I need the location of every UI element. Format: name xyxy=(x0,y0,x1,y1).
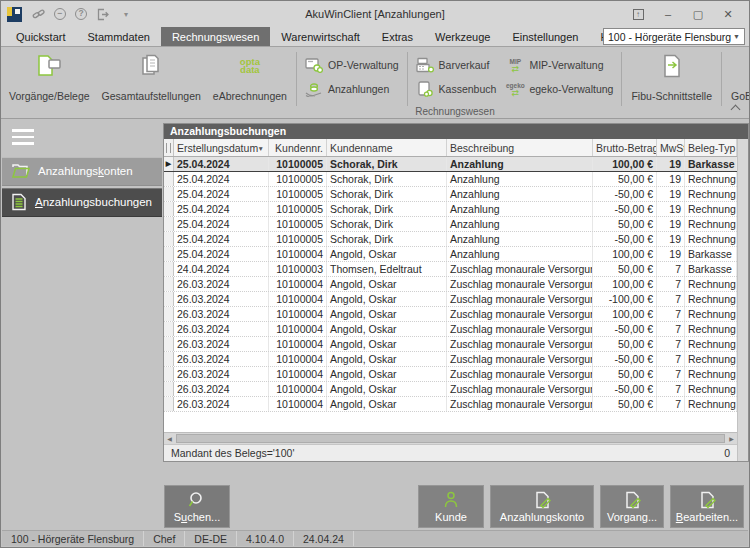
table-cell[interactable]: -50,00 € xyxy=(593,202,657,216)
table-cell[interactable]: 19 xyxy=(657,187,685,201)
table-cell[interactable]: 50,00 € xyxy=(593,397,657,411)
tab-einstellungen[interactable]: Einstellungen xyxy=(501,27,589,46)
sidebar-item-anzahlungsbuchungen[interactable]: Anzahlungsbuchungen xyxy=(2,188,162,217)
table-cell[interactable]: 26.03.2024 xyxy=(174,367,269,381)
table-cell[interactable]: Angold, Oskar xyxy=(327,292,447,306)
table-cell[interactable]: Angold, Oskar xyxy=(327,322,447,336)
ribbon-button-vorgaenge-belege[interactable]: Vorgänge/Belege xyxy=(3,50,96,104)
table-cell[interactable]: Rechnung xyxy=(685,367,737,381)
hamburger-menu-icon[interactable] xyxy=(12,129,34,145)
ribbon-button-kassenbuch[interactable]: Kassenbuch xyxy=(416,81,497,97)
table-cell[interactable]: Rechnung xyxy=(685,397,737,411)
table-cell[interactable]: 10100005 xyxy=(269,232,327,246)
table-cell[interactable]: Angold, Oskar xyxy=(327,307,447,321)
table-cell[interactable]: 10100005 xyxy=(269,157,327,171)
table-cell[interactable]: Angold, Oskar xyxy=(327,247,447,261)
table-cell[interactable]: 7 xyxy=(657,292,685,306)
scrollbar-thumb[interactable] xyxy=(176,434,725,443)
horizontal-scrollbar[interactable]: ◀ ▶ xyxy=(164,432,737,444)
tab-stammdaten[interactable]: Stammdaten xyxy=(77,27,161,46)
table-cell[interactable]: 7 xyxy=(657,307,685,321)
table-cell[interactable]: -50,00 € xyxy=(593,232,657,246)
tab-warenwirtschaft[interactable]: Warenwirtschaft xyxy=(270,27,370,46)
table-cell[interactable]: Rechnung xyxy=(685,187,737,201)
table-cell[interactable]: Angold, Oskar xyxy=(327,337,447,351)
table-cell[interactable]: 26.03.2024 xyxy=(174,352,269,366)
table-cell[interactable]: 10100004 xyxy=(269,292,327,306)
table-cell[interactable]: 25.04.2024 xyxy=(174,217,269,231)
mandant-select[interactable]: 100 - Hörgeräte Flensburg ▼ xyxy=(603,28,745,45)
column-header[interactable]: Kundenname xyxy=(327,139,447,156)
bearbeiten-button[interactable]: Bearbeiten... xyxy=(670,485,744,528)
table-cell[interactable]: 10100005 xyxy=(269,187,327,201)
column-header[interactable]: Beschreibung xyxy=(447,139,593,156)
table-cell[interactable]: 100,00 € xyxy=(593,157,657,171)
table-cell[interactable]: Zuschlag monaurale Versorgung xyxy=(447,352,593,366)
table-cell[interactable]: 10100004 xyxy=(269,337,327,351)
column-header[interactable]: Beleg-Typ xyxy=(685,139,737,156)
table-cell[interactable]: Rechnung xyxy=(685,217,737,231)
table-cell[interactable]: 19 xyxy=(657,157,685,171)
table-row[interactable]: 26.03.202410100004Angold, OskarZuschlag … xyxy=(164,352,737,367)
ribbon-button-mip-verwaltung[interactable]: MIP⇄ MIP-Verwaltung xyxy=(506,57,613,73)
table-cell[interactable]: 10100005 xyxy=(269,202,327,216)
anzahlungskonto-button[interactable]: Anzahlungskonto xyxy=(490,485,594,528)
table-cell[interactable]: Rechnung xyxy=(685,352,737,366)
ribbon-button-fibu-schnittstelle[interactable]: Fibu-Schnittstelle xyxy=(625,50,718,104)
column-header[interactable]: Kundennr. xyxy=(269,139,327,156)
table-cell[interactable]: 25.04.2024 xyxy=(174,172,269,186)
table-cell[interactable]: Schorak, Dirk xyxy=(327,217,447,231)
table-cell[interactable]: Anzahlung xyxy=(447,187,593,201)
table-row[interactable]: 26.03.202410100004Angold, OskarZuschlag … xyxy=(164,397,737,412)
table-cell[interactable]: 10100004 xyxy=(269,367,327,381)
table-cell[interactable]: 26.03.2024 xyxy=(174,337,269,351)
table-cell[interactable]: 100,00 € xyxy=(593,307,657,321)
vertical-scrollbar[interactable] xyxy=(737,139,748,461)
tab-werkzeuge[interactable]: Werkzeuge xyxy=(424,27,501,46)
table-cell[interactable]: Anzahlung xyxy=(447,157,593,171)
table-cell[interactable]: Schorak, Dirk xyxy=(327,187,447,201)
table-cell[interactable]: 19 xyxy=(657,247,685,261)
table-cell[interactable]: Thomsen, Edeltraut xyxy=(327,262,447,276)
table-cell[interactable]: Anzahlung xyxy=(447,247,593,261)
help-icon[interactable]: ? xyxy=(75,8,87,20)
table-cell[interactable]: 50,00 € xyxy=(593,217,657,231)
table-cell[interactable]: Anzahlung xyxy=(447,232,593,246)
table-cell[interactable]: 10100005 xyxy=(269,217,327,231)
table-cell[interactable]: Angold, Oskar xyxy=(327,352,447,366)
table-cell[interactable]: 10100004 xyxy=(269,307,327,321)
table-cell[interactable]: Zuschlag monaurale Versorgung xyxy=(447,367,593,381)
ribbon-button-eabrechnungen[interactable]: optadata eAbrechnungen xyxy=(207,50,293,104)
sidebar-item-anzahlungskonten[interactable]: Anzahlungskonten xyxy=(2,157,162,186)
table-row[interactable]: 26.03.202410100004Angold, OskarZuschlag … xyxy=(164,337,737,352)
table-row[interactable]: 25.04.202410100005Schorak, DirkAnzahlung… xyxy=(164,217,737,232)
table-cell[interactable]: Anzahlung xyxy=(447,172,593,186)
table-cell[interactable]: Zuschlag monaurale Versorgung xyxy=(447,337,593,351)
table-cell[interactable]: Schorak, Dirk xyxy=(327,157,447,171)
exit-icon[interactable] xyxy=(96,8,109,21)
table-cell[interactable]: 25.04.2024 xyxy=(174,202,269,216)
table-cell[interactable]: Zuschlag monaurale Versorgung xyxy=(447,382,593,396)
column-header[interactable]: MwSt... xyxy=(657,139,685,156)
table-cell[interactable]: Rechnung xyxy=(685,277,737,291)
table-cell[interactable]: -100,00 € xyxy=(593,292,657,306)
table-cell[interactable]: 7 xyxy=(657,262,685,276)
table-cell[interactable]: Anzahlung xyxy=(447,217,593,231)
table-cell[interactable]: Rechnung xyxy=(685,202,737,216)
circle-minus-icon[interactable]: − xyxy=(54,8,66,20)
tab-quickstart[interactable]: Quickstart xyxy=(5,27,77,46)
table-cell[interactable]: 7 xyxy=(657,397,685,411)
table-cell[interactable]: 10100004 xyxy=(269,322,327,336)
close-button[interactable]: ✕ xyxy=(713,4,743,24)
table-cell[interactable]: 25.04.2024 xyxy=(174,247,269,261)
table-cell[interactable]: 50,00 € xyxy=(593,172,657,186)
table-cell[interactable]: Zuschlag monaurale Versorgung xyxy=(447,322,593,336)
kunde-button[interactable]: Kunde xyxy=(418,485,484,528)
table-cell[interactable]: 26.03.2024 xyxy=(174,322,269,336)
table-cell[interactable]: 10100004 xyxy=(269,382,327,396)
table-row[interactable]: 26.03.202410100004Angold, OskarZuschlag … xyxy=(164,367,737,382)
table-cell[interactable]: Angold, Oskar xyxy=(327,277,447,291)
window-pin-button[interactable]: ↑ xyxy=(623,4,653,24)
ribbon-button-gesamtaufstellungen[interactable]: Gesamtaufstellungen xyxy=(96,50,207,104)
column-header[interactable]: Erstellungsdatum▼ xyxy=(174,139,269,156)
